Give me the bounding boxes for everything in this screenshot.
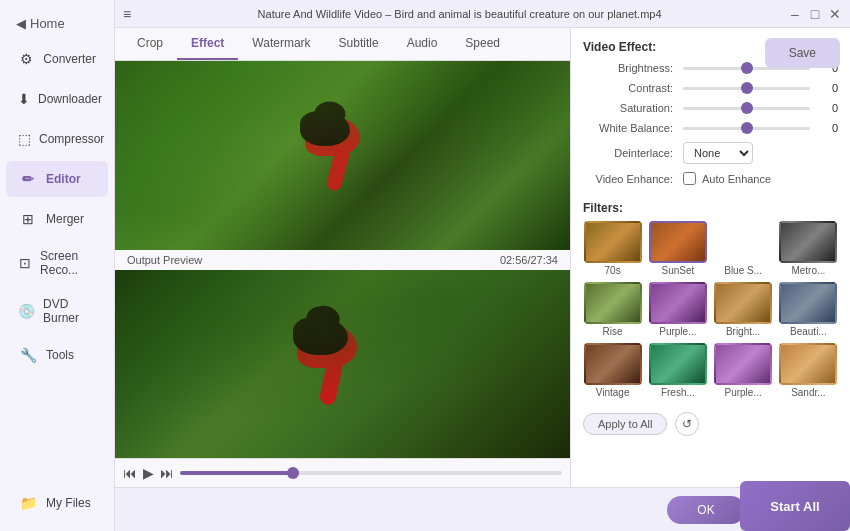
refresh-button[interactable]: ↺ (675, 412, 699, 436)
top-video-preview (115, 61, 570, 250)
sidebar-item-compressor[interactable]: ⬚ Compressor (6, 121, 108, 157)
title-bar: ≡ Nature And Wildlife Video – Bird and a… (115, 0, 850, 28)
filter-beauti[interactable]: Beauti... (779, 282, 838, 337)
filter-sunset[interactable]: SunSet (648, 221, 707, 276)
filter-thumb-bright (714, 282, 772, 324)
contrast-slider[interactable] (683, 87, 810, 90)
tab-speed[interactable]: Speed (451, 28, 514, 60)
filter-label-metro: Metro... (791, 265, 825, 276)
close-button[interactable]: ✕ (828, 7, 842, 21)
filter-label-rise: Rise (603, 326, 623, 337)
tab-effect[interactable]: Effect (177, 28, 238, 60)
filter-sandr[interactable]: Sandr... (779, 343, 838, 398)
sidebar-item-label: Compressor (39, 132, 104, 146)
filter-purple[interactable]: Purple... (648, 282, 707, 337)
editor-icon: ✏ (18, 169, 38, 189)
dialog-content: Crop Effect Watermark Subtitle Audio Spe… (115, 28, 850, 487)
auto-enhance-checkbox[interactable] (683, 172, 696, 185)
filter-label-vintage: Vintage (596, 387, 630, 398)
white-balance-label: White Balance: (583, 122, 683, 134)
next-frame-button[interactable]: ⏭ (160, 465, 174, 481)
home-label: Home (30, 16, 65, 31)
sidebar-item-my-files[interactable]: 📁 My Files (6, 485, 108, 521)
sidebar-item-label: Screen Reco... (40, 249, 96, 277)
effect-tabs: Crop Effect Watermark Subtitle Audio Spe… (115, 28, 570, 61)
ok-button[interactable]: OK (667, 496, 744, 524)
tab-watermark[interactable]: Watermark (238, 28, 324, 60)
minimize-button[interactable]: – (788, 7, 802, 21)
tab-subtitle[interactable]: Subtitle (325, 28, 393, 60)
filter-70s[interactable]: 70s (583, 221, 642, 276)
start-all-button[interactable]: Start All (740, 481, 850, 531)
filter-rise[interactable]: Rise (583, 282, 642, 337)
sidebar-back-home[interactable]: ◀ Home (0, 8, 114, 39)
sidebar-item-merger[interactable]: ⊞ Merger (6, 201, 108, 237)
play-button[interactable]: ▶ (143, 465, 154, 481)
saturation-slider-container (683, 107, 810, 110)
tab-audio[interactable]: Audio (393, 28, 452, 60)
output-preview-label: Output Preview (127, 254, 202, 266)
brightness-label: Brightness: (583, 62, 683, 74)
progress-bar[interactable] (180, 471, 562, 475)
merger-icon: ⊞ (18, 209, 38, 229)
white-balance-slider-container (683, 127, 810, 130)
save-button[interactable]: Save (765, 38, 840, 68)
settings-panel: Video Effect: Brightness: 0 Contrast: 0 (570, 28, 850, 487)
sidebar-item-screen-record[interactable]: ⊡ Screen Reco... (6, 241, 108, 285)
prev-frame-button[interactable]: ⏮ (123, 465, 137, 481)
video-timestamp: 02:56/27:34 (500, 254, 558, 266)
tab-crop[interactable]: Crop (123, 28, 177, 60)
saturation-slider[interactable] (683, 107, 810, 110)
white-balance-row: White Balance: 0 (583, 122, 838, 134)
filter-bright[interactable]: Bright... (714, 282, 773, 337)
menu-icon[interactable]: ≡ (123, 6, 131, 22)
auto-enhance-row: Auto Enhance (683, 172, 771, 185)
filter-label-blues: Blue S... (724, 265, 762, 276)
filter-thumb-fresh (649, 343, 707, 385)
saturation-label: Saturation: (583, 102, 683, 114)
white-balance-slider[interactable] (683, 127, 810, 130)
main-content: ≡ Nature And Wildlife Video – Bird and a… (115, 0, 850, 531)
filter-thumb-beauti (779, 282, 837, 324)
deinterlace-label: Deinterlace: (583, 147, 683, 159)
sidebar-item-dvd-burner[interactable]: 💿 DVD Burner (6, 289, 108, 333)
sidebar-item-editor[interactable]: ✏ Editor (6, 161, 108, 197)
window-title: Nature And Wildlife Video – Bird and ani… (131, 8, 788, 20)
sidebar-item-downloader[interactable]: ⬇ Downloader (6, 81, 108, 117)
filters-grid: 70s SunSet Blue S... Metro... (583, 221, 838, 398)
tools-icon: 🔧 (18, 345, 38, 365)
filter-thumb-sandr (779, 343, 837, 385)
filter-label-sandr: Sandr... (791, 387, 825, 398)
filter-metro[interactable]: Metro... (779, 221, 838, 276)
sidebar-item-label: Editor (46, 172, 81, 186)
sidebar-item-converter[interactable]: ⚙ Converter (6, 41, 108, 77)
saturation-row: Saturation: 0 (583, 102, 838, 114)
converter-icon: ⚙ (18, 49, 35, 69)
maximize-button[interactable]: □ (808, 7, 822, 21)
settings-wrapper: Video Effect: Brightness: 0 Contrast: 0 (570, 28, 850, 487)
dvd-burner-icon: 💿 (18, 301, 35, 321)
filter-vintage[interactable]: Vintage (583, 343, 642, 398)
sidebar-item-label: My Files (46, 496, 91, 510)
sidebar-item-tools[interactable]: 🔧 Tools (6, 337, 108, 373)
filter-blues[interactable]: Blue S... (714, 221, 773, 276)
bottom-video-preview (115, 270, 570, 459)
filter-label-bright: Bright... (726, 326, 760, 337)
filter-fresh[interactable]: Fresh... (648, 343, 707, 398)
filter-label-purple: Purple... (659, 326, 696, 337)
deinterlace-select[interactable]: None Yadif Yadif2x (683, 142, 753, 164)
white-balance-value: 0 (818, 122, 838, 134)
filter-thumb-purple2 (714, 343, 772, 385)
contrast-slider-container (683, 87, 810, 90)
my-files-icon: 📁 (18, 493, 38, 513)
filter-thumb-vintage (584, 343, 642, 385)
deinterlace-row: Deinterlace: None Yadif Yadif2x (583, 142, 838, 164)
sidebar-item-label: Converter (43, 52, 96, 66)
contrast-row: Contrast: 0 (583, 82, 838, 94)
apply-to-all-button[interactable]: Apply to All (583, 413, 667, 435)
video-section: Crop Effect Watermark Subtitle Audio Spe… (115, 28, 570, 487)
playback-controls: ⏮ ▶ ⏭ (115, 458, 570, 487)
filter-purple2[interactable]: Purple... (714, 343, 773, 398)
sidebar-item-label: DVD Burner (43, 297, 96, 325)
filter-thumb-sunset (649, 221, 707, 263)
